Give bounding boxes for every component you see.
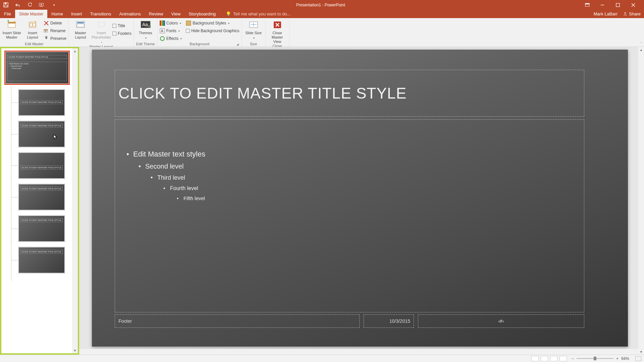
insert-slide-master-icon [6, 19, 17, 30]
view-buttons [531, 356, 567, 361]
redo-icon[interactable] [27, 2, 33, 8]
zoom-slider[interactable] [577, 358, 613, 359]
collapse-ribbon-icon[interactable]: ˆ [641, 42, 642, 46]
themes-button[interactable]: Aa Themes ▾ [136, 19, 155, 40]
thumb-layout-1[interactable]: CLICK TO EDIT MASTER TITLE STYLE [18, 89, 65, 116]
zoom-value[interactable]: 94% [621, 356, 629, 361]
rename-label: Rename [50, 28, 65, 33]
maximize-icon[interactable] [616, 3, 625, 7]
body-placeholder[interactable]: Edit Master text styles Second level Thi… [115, 119, 584, 312]
undo-icon[interactable] [15, 2, 21, 8]
thumb-slide-master[interactable]: CLICK TO EDIT MASTER TITLE STYLE • Edit … [5, 51, 69, 84]
group-edit-theme: Aa Themes ▾ Edit Theme [134, 18, 158, 47]
zoom-in-button[interactable]: + [616, 356, 619, 361]
tab-transitions[interactable]: Transitions [86, 10, 115, 18]
svg-text:A: A [161, 29, 163, 33]
status-bar: − + 94% [0, 355, 644, 362]
delete-button[interactable]: Delete [44, 20, 66, 26]
insert-layout-button[interactable]: Insert Layout [23, 19, 42, 40]
reading-view-button[interactable] [550, 356, 557, 361]
slide-number-text: ‹#› [498, 318, 504, 324]
user-name[interactable]: Mark LaBarr [594, 11, 618, 16]
thumb-layout-2[interactable]: CLICK TO EDIT MASTER TITLE STYLE [18, 121, 65, 147]
tab-review[interactable]: Review [145, 10, 167, 18]
hide-bg-checkbox[interactable]: Hide Background Graphics [186, 27, 239, 34]
thumb-title: CLICK TO EDIT MASTER TITLE STYLE [20, 187, 63, 191]
minimize-icon[interactable] [600, 3, 610, 7]
tree-connector [11, 197, 18, 197]
thumb-layout-4[interactable]: CLICK TO EDIT MASTER TITLE STYLE [18, 184, 65, 210]
zoom-out-button[interactable]: − [572, 356, 574, 361]
svg-rect-7 [616, 3, 620, 7]
cursor-icon [53, 134, 57, 140]
thumbnails-scrollbar[interactable]: ▲ ▼ [72, 48, 78, 353]
master-layout-button[interactable]: Master Layout [71, 19, 90, 40]
fonts-button[interactable]: A Fonts▾ [160, 27, 182, 34]
slide-size-label: Slide Size [245, 31, 262, 35]
svg-rect-36 [186, 21, 191, 25]
share-button[interactable]: Share [623, 11, 641, 16]
title-checkbox[interactable]: Title [112, 22, 131, 29]
close-icon[interactable] [631, 3, 641, 7]
slide-sorter-view-button[interactable] [541, 356, 548, 361]
delete-label: Delete [50, 21, 62, 25]
tab-file[interactable]: File [0, 10, 15, 18]
footer-placeholder[interactable]: Footer [115, 314, 360, 328]
svg-point-11 [14, 21, 15, 22]
footers-checkbox[interactable]: Footers [112, 30, 131, 37]
thumb-layout-6[interactable]: CLICK TO EDIT MASTER TITLE STYLE [18, 247, 65, 274]
insert-placeholder-button[interactable]: Insert Placeholder ▾ [92, 19, 111, 45]
title-placeholder[interactable]: CLICK TO EDIT MASTER TITLE STYLE [115, 70, 584, 117]
thumb-layout-5[interactable]: CLICK TO EDIT MASTER TITLE STYLE [18, 215, 65, 242]
svg-rect-30 [161, 20, 162, 26]
tab-slide-master[interactable]: Slide Master [15, 10, 47, 18]
scroll-up-icon[interactable]: ▲ [638, 47, 644, 53]
delete-icon [44, 20, 49, 26]
tab-insert[interactable]: Insert [67, 10, 86, 18]
ribbon-display-options-icon[interactable] [585, 3, 594, 7]
tell-me-search[interactable]: 💡 Tell me what you want to do... [220, 10, 290, 18]
tab-storyboarding[interactable]: Storyboarding [184, 10, 220, 18]
title-text: CLICK TO EDIT MASTER TITLE STYLE [118, 84, 407, 102]
tab-animations[interactable]: Animations [115, 10, 145, 18]
slide-size-button[interactable]: Slide Size ▾ [244, 19, 263, 40]
effects-button[interactable]: Effects▾ [160, 35, 182, 42]
group-label-size: Size [244, 42, 263, 47]
thumb-title: CLICK TO EDIT MASTER TITLE STYLE [7, 55, 67, 59]
scroll-down-icon[interactable]: ▼ [638, 349, 644, 355]
fit-to-window-button[interactable] [635, 356, 641, 361]
colors-button[interactable]: Colors▾ [160, 20, 182, 26]
slideshow-view-button[interactable] [559, 356, 567, 361]
svg-rect-5 [585, 3, 589, 4]
scroll-track[interactable] [638, 53, 644, 349]
thumbnails-list[interactable]: 1 CLICK TO EDIT MASTER TITLE STYLE • Edi… [1, 48, 72, 353]
ribbon: Insert Slide Master Insert Layout Delete… [0, 18, 644, 47]
tab-home[interactable]: Home [47, 10, 67, 18]
editor-scrollbar-horizontal[interactable] [79, 349, 638, 355]
preserve-button[interactable]: Preserve [44, 35, 66, 42]
thumbnails-panel: 1 CLICK TO EDIT MASTER TITLE STYLE • Edi… [0, 47, 79, 355]
date-placeholder[interactable]: 10/3/2015 [364, 314, 414, 328]
group-label-background: Background◢ [160, 42, 239, 47]
qat-customize-icon[interactable]: ▾ [51, 2, 57, 8]
background-styles-label: Background Styles [193, 21, 226, 25]
chevron-down-icon: ▾ [101, 40, 102, 45]
svg-point-35 [160, 37, 164, 41]
insert-slide-master-button[interactable]: Insert Slide Master [2, 19, 21, 40]
lightbulb-icon: 💡 [226, 11, 231, 16]
scroll-down-icon[interactable]: ▼ [72, 348, 78, 353]
slide-canvas[interactable]: CLICK TO EDIT MASTER TITLE STYLE Edit Ma… [92, 50, 628, 347]
background-styles-button[interactable]: Background Styles▾ [186, 20, 239, 26]
editor-scrollbar-vertical[interactable]: ▲ ▼ [638, 47, 644, 355]
normal-view-button[interactable] [531, 356, 539, 361]
tab-view[interactable]: View [167, 10, 184, 18]
scroll-up-icon[interactable]: ▲ [72, 48, 78, 54]
save-icon[interactable] [3, 2, 9, 8]
close-master-view-button[interactable]: Close Master View [268, 19, 287, 44]
start-from-beginning-icon[interactable] [39, 2, 45, 8]
slide-number-placeholder[interactable]: ‹#› [418, 314, 584, 328]
thumb-layout-3[interactable]: CLICK TO EDIT MASTER TITLE STYLE [18, 152, 65, 179]
zoom-knob[interactable] [594, 357, 596, 360]
dialog-launcher-icon[interactable]: ◢ [236, 43, 239, 46]
rename-button[interactable]: ab Rename [44, 27, 66, 34]
